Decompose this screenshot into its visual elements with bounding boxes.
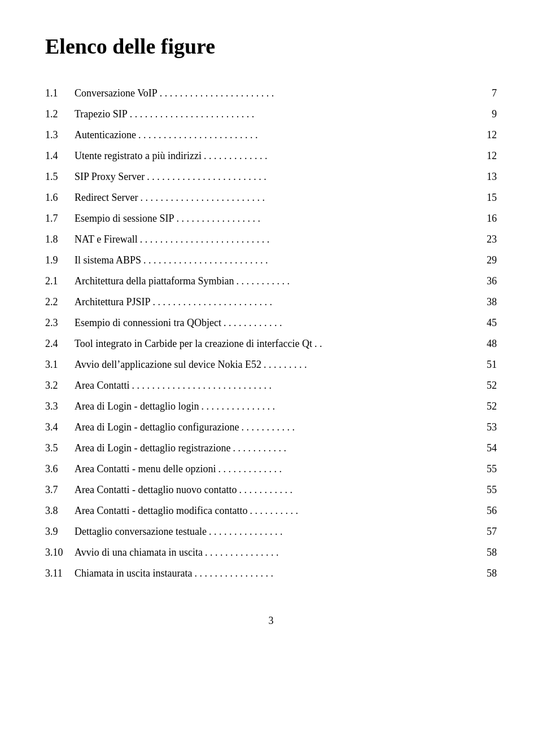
toc-entry-number: 3.6 [45, 461, 75, 477]
toc-entry-page: 54 [480, 441, 497, 456]
toc-entry: 2.4Tool integrato in Carbide per la crea… [45, 336, 497, 351]
toc-entry-dots: . . . . . . . . . . . [241, 420, 478, 435]
toc-entry-dots: . . . . . . . . . [264, 357, 478, 372]
toc-entry-dots: . . . . . . . . . . . . . . . . . . . . … [153, 295, 478, 310]
toc-entry-title: Area Contatti [75, 378, 129, 393]
toc-entry-dots: . . . . . . . . . . . [239, 482, 478, 498]
page-number: 3 [269, 615, 274, 626]
toc-entry: 3.2Area Contatti . . . . . . . . . . . .… [45, 378, 497, 393]
toc-entry: 3.11Chiamata in uscita instaurata . . . … [45, 566, 497, 581]
toc-entry-number: 2.2 [45, 295, 75, 310]
toc-entry-dots: . . . . . . . . . . . . . . . . . . . . … [130, 107, 478, 122]
toc-entry: 1.1Conversazione VoIP . . . . . . . . . … [45, 86, 497, 101]
toc-entry-number: 1.2 [45, 107, 75, 122]
toc-entry-number: 1.6 [45, 190, 75, 205]
toc-entry-dots: . . . . . . . . . . . . . . . . . . . . … [143, 253, 478, 268]
toc-entry-title: Esempio di sessione SIP [75, 211, 174, 226]
toc-entry-number: 3.9 [45, 524, 75, 539]
toc-entry: 1.7Esempio di sessione SIP . . . . . . .… [45, 211, 497, 226]
toc-entry-dots: . . . . . . . . . . . [233, 441, 478, 456]
toc-entry-title: Utente registrato a più indirizzi [75, 148, 202, 164]
toc-entry-title: Autenticazione [75, 128, 136, 143]
toc-entry: 1.5SIP Proxy Server . . . . . . . . . . … [45, 169, 497, 184]
toc-entry-number: 1.9 [45, 253, 75, 268]
toc-entry-page: 52 [480, 378, 497, 393]
toc-entry-page: 56 [480, 503, 497, 518]
toc-entry-number: 3.8 [45, 503, 75, 518]
toc-entry-title: Avvio di una chiamata in uscita [75, 545, 203, 560]
toc-entry-dots: . . . . . . . . . . [250, 503, 478, 518]
toc-entry: 3.8Area Contatti - dettaglio modifica co… [45, 503, 497, 518]
toc-entry: 3.9Dettaglio conversazione testuale . . … [45, 524, 497, 539]
toc-entry-number: 3.2 [45, 378, 75, 393]
toc-entry-page: 38 [480, 295, 497, 310]
toc-entry-page: 15 [480, 190, 497, 205]
toc-entry-number: 1.5 [45, 169, 75, 184]
toc-entry-dots: . . . . . . . . . . . . . [204, 148, 478, 164]
toc-entry: 2.2Architettura PJSIP . . . . . . . . . … [45, 295, 497, 310]
toc-entry-title: Chiamata in uscita instaurata [75, 566, 192, 581]
toc-entry-title: Area Contatti - dettaglio modifica conta… [75, 503, 247, 518]
toc-entry-dots: . . . . . . . . . . . . . [218, 461, 478, 477]
toc-entry-number: 3.5 [45, 441, 75, 456]
toc-entry-page: 9 [480, 107, 497, 122]
toc-entry-number: 2.4 [45, 336, 75, 351]
toc-entry: 1.6Redirect Server . . . . . . . . . . .… [45, 190, 497, 205]
toc-entry-page: 29 [480, 253, 497, 268]
toc-entry-dots: . . . . . . . . . . . . . . . . . . . . … [160, 86, 478, 101]
toc-entry-number: 3.1 [45, 357, 75, 372]
toc-entry-dots: . . . . . . . . . . . . . . . [209, 524, 478, 539]
toc-entry-title: Architettura PJSIP [75, 295, 151, 310]
toc-entry-dots: . . . . . . . . . . . . . . . . [194, 566, 478, 581]
toc-entry: 3.7Area Contatti - dettaglio nuovo conta… [45, 482, 497, 498]
page-title: Elenco delle figure [45, 34, 497, 59]
toc-entry-page: 45 [480, 315, 497, 331]
toc-entry-title: Architettura della piattaforma Symbian [75, 274, 234, 289]
toc-entry-page: 52 [480, 399, 497, 414]
toc-entry-title: Conversazione VoIP [75, 86, 158, 101]
toc-entry-title: Area di Login - dettaglio configurazione [75, 420, 239, 435]
toc-entry: 3.5Area di Login - dettaglio registrazio… [45, 441, 497, 456]
toc-entry-number: 1.1 [45, 86, 75, 101]
toc-entry-number: 1.7 [45, 211, 75, 226]
toc-entry-page: 16 [480, 211, 497, 226]
toc-entry-dots: . . . . . . . . . . . . [224, 315, 478, 331]
toc-entry-page: 36 [480, 274, 497, 289]
toc-entry-page: 7 [480, 86, 497, 101]
toc-entry: 1.2Trapezio SIP . . . . . . . . . . . . … [45, 107, 497, 122]
toc-entry-number: 3.11 [45, 566, 75, 581]
toc-entry-number: 3.3 [45, 399, 75, 414]
toc-entry-title: Trapezio SIP [75, 107, 128, 122]
toc-entry-dots: . . . . . . . . . . . . . . . . . . . . … [147, 169, 478, 184]
toc-entry-title: Area di Login - dettaglio login [75, 399, 199, 414]
toc-entry-title: Area Contatti - menu delle opzioni [75, 461, 216, 477]
toc-list: 1.1Conversazione VoIP . . . . . . . . . … [45, 86, 497, 581]
toc-entry-dots: . . . . . . . . . . . . . . . . . . . . … [140, 232, 478, 247]
toc-entry-number: 2.3 [45, 315, 75, 331]
toc-entry-page: 58 [480, 545, 497, 560]
toc-entry-number: 2.1 [45, 274, 75, 289]
toc-entry-dots: . . . . . . . . . . . . . . . [205, 545, 478, 560]
toc-entry-number: 3.7 [45, 482, 75, 498]
toc-entry-dots: . . . . . . . . . . . . . . . . . . . . … [132, 378, 478, 393]
toc-entry-page: 51 [480, 357, 497, 372]
toc-entry-page: 53 [480, 420, 497, 435]
toc-entry: 2.1Architettura della piattaforma Symbia… [45, 274, 497, 289]
toc-entry-page: 23 [480, 232, 497, 247]
toc-entry-page: 48 [480, 336, 497, 351]
toc-entry-page: 12 [480, 148, 497, 164]
toc-entry-title: Tool integrato in Carbide per la creazio… [75, 336, 312, 351]
toc-entry-title: NAT e Firewall [75, 232, 138, 247]
toc-entry-dots: . . . . . . . . . . . . . . . . . [177, 211, 478, 226]
toc-entry-title: Area di Login - dettaglio registrazione [75, 441, 230, 456]
toc-entry: 1.4Utente registrato a più indirizzi . .… [45, 148, 497, 164]
toc-entry-title: Il sistema ABPS [75, 253, 141, 268]
toc-entry: 3.10Avvio di una chiamata in uscita . . … [45, 545, 497, 560]
toc-entry: 3.1Avvio dell’applicazione sul device No… [45, 357, 497, 372]
toc-entry-page: 58 [480, 566, 497, 581]
toc-entry-page: 13 [480, 169, 497, 184]
toc-entry: 3.3Area di Login - dettaglio login . . .… [45, 399, 497, 414]
toc-entry-number: 1.8 [45, 232, 75, 247]
toc-entry-page: 12 [480, 128, 497, 143]
toc-entry-number: 3.4 [45, 420, 75, 435]
